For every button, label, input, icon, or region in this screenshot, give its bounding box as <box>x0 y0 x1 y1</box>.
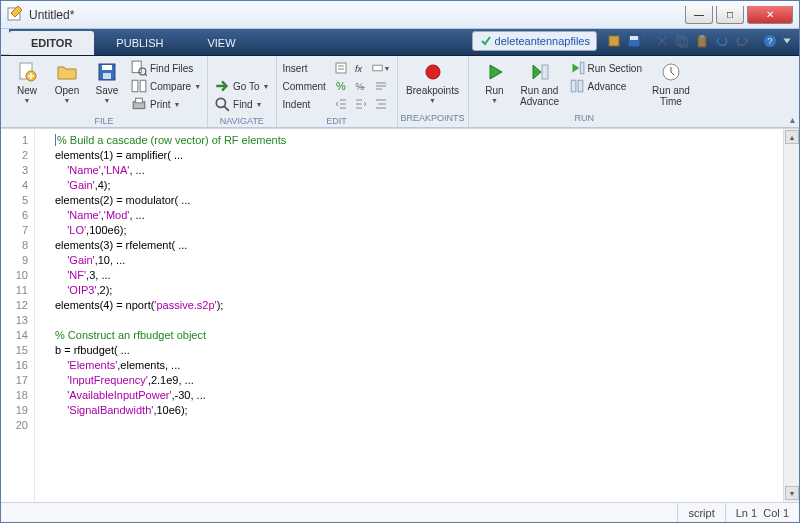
svg-rect-28 <box>542 65 548 79</box>
svg-rect-22 <box>336 63 346 73</box>
qa-paste-icon[interactable] <box>693 32 711 50</box>
qa-copy-icon[interactable] <box>673 32 691 50</box>
code-editor[interactable]: % Build a cascade (row vector) of RF ele… <box>35 129 783 502</box>
svg-rect-7 <box>700 35 704 38</box>
advance-button[interactable]: Advance <box>569 77 642 95</box>
indent-button[interactable]: Indent <box>283 95 331 113</box>
compare-icon <box>131 78 147 94</box>
indent-auto-icon[interactable] <box>371 95 391 113</box>
insert-button[interactable]: Insert <box>283 59 331 77</box>
svg-text:fx: fx <box>355 64 363 74</box>
svg-rect-17 <box>132 80 138 91</box>
open-button[interactable]: Open▼ <box>47 59 87 104</box>
open-folder-icon <box>56 61 78 83</box>
goto-button[interactable]: Go To▼ <box>214 77 269 95</box>
run-button[interactable]: Run▼ <box>475 59 515 104</box>
comment-add-icon[interactable]: % <box>331 77 351 95</box>
comment-button[interactable]: Comment <box>283 77 331 95</box>
app-window: Untitled* — □ ✕ EDITOR PUBLISH VIEW dele… <box>0 0 800 523</box>
ribbon-group-edit: Insert Comment Indent fx▼ %%̶ EDIT <box>277 56 398 127</box>
find-button[interactable]: Find▼ <box>214 95 269 113</box>
tab-publish[interactable]: PUBLISH <box>94 31 185 55</box>
title-bar: Untitled* — □ ✕ <box>1 1 799 29</box>
insert-more-icon[interactable]: ▼ <box>371 59 391 77</box>
svg-rect-1 <box>609 36 619 46</box>
editor-area: 1234567891011121314151617181920 % Build … <box>1 128 799 502</box>
status-cursor-pos: Ln 1 Col 1 <box>725 503 799 522</box>
qa-save-icon[interactable] <box>625 32 643 50</box>
tab-view[interactable]: VIEW <box>185 31 257 55</box>
ribbon-group-run: Run▼ Run and Advance Run Section Advance… <box>469 56 700 127</box>
qa-icon-1[interactable] <box>605 32 623 50</box>
action-link[interactable]: deleteantennapfiles <box>472 31 597 51</box>
vertical-scrollbar[interactable]: ▴ ▾ <box>783 129 799 502</box>
find-icon <box>214 96 230 112</box>
advance-icon <box>569 78 585 94</box>
run-advance-icon <box>529 61 551 83</box>
close-button[interactable]: ✕ <box>747 6 793 24</box>
qa-help-icon[interactable]: ? <box>761 32 779 50</box>
quick-access-bar: deleteantennapfiles ? <box>472 29 793 53</box>
breakpoints-button[interactable]: Breakpoints▼ <box>404 59 462 104</box>
qa-undo-icon[interactable] <box>713 32 731 50</box>
line-number-gutter: 1234567891011121314151617181920 <box>1 129 35 502</box>
run-icon <box>484 61 506 83</box>
svg-rect-31 <box>578 80 583 91</box>
minimize-button[interactable]: — <box>685 6 713 24</box>
svg-text:?: ? <box>767 36 772 46</box>
new-file-icon <box>16 61 38 83</box>
svg-text:%̶: %̶ <box>355 81 365 92</box>
svg-rect-15 <box>132 61 141 72</box>
findfiles-button[interactable]: Find Files <box>131 59 201 77</box>
run-section-icon <box>569 60 585 76</box>
comment-wrap-icon[interactable] <box>371 77 391 95</box>
findfiles-icon <box>131 60 147 76</box>
ribbon-group-navigate: Go To▼ Find▼ NAVIGATE <box>208 56 276 127</box>
ribbon-tab-row: EDITOR PUBLISH VIEW deleteantennapfiles … <box>1 29 799 56</box>
svg-rect-24 <box>372 65 381 71</box>
svg-rect-14 <box>103 73 111 79</box>
goto-icon <box>214 78 230 94</box>
svg-rect-3 <box>630 36 638 40</box>
indent-right-icon[interactable] <box>351 95 371 113</box>
ribbon-group-breakpoints: Breakpoints▼ BREAKPOINTS <box>398 56 469 127</box>
print-button[interactable]: Print▼ <box>131 95 201 113</box>
svg-point-21 <box>216 98 225 107</box>
status-filetype: script <box>677 503 724 522</box>
breakpoint-icon <box>422 61 444 83</box>
ribbon-group-file: New▼ Open▼ Save▼ Find Files Compare▼ Pri… <box>1 56 208 127</box>
compare-button[interactable]: Compare▼ <box>131 77 201 95</box>
svg-rect-20 <box>136 98 143 103</box>
print-icon <box>131 96 147 112</box>
comment-remove-icon[interactable]: %̶ <box>351 77 371 95</box>
action-link-label: deleteantennapfiles <box>495 35 590 47</box>
scroll-down-arrow[interactable]: ▾ <box>785 486 799 500</box>
svg-rect-29 <box>580 62 583 73</box>
run-advance-button[interactable]: Run and Advance <box>515 59 565 107</box>
svg-point-27 <box>426 65 440 79</box>
scroll-up-arrow[interactable]: ▴ <box>785 130 799 144</box>
svg-rect-30 <box>571 80 576 91</box>
window-title: Untitled* <box>29 8 685 22</box>
run-section-button[interactable]: Run Section <box>569 59 642 77</box>
ribbon-collapse-icon[interactable]: ▴ <box>790 114 795 125</box>
indent-left-icon[interactable] <box>331 95 351 113</box>
svg-rect-13 <box>102 65 112 70</box>
status-bar: script Ln 1 Col 1 <box>1 502 799 522</box>
svg-text:%: % <box>336 80 346 92</box>
qa-dropdown-icon[interactable] <box>781 32 793 50</box>
insert-section-icon[interactable] <box>331 59 351 77</box>
insert-fx-icon[interactable]: fx <box>351 59 371 77</box>
tab-editor[interactable]: EDITOR <box>9 31 94 55</box>
save-icon <box>96 61 118 83</box>
svg-rect-18 <box>140 80 146 91</box>
ribbon-toolbar: New▼ Open▼ Save▼ Find Files Compare▼ Pri… <box>1 56 799 128</box>
maximize-button[interactable]: □ <box>716 6 744 24</box>
qa-redo-icon[interactable] <box>733 32 751 50</box>
app-icon <box>1 5 29 25</box>
new-button[interactable]: New▼ <box>7 59 47 104</box>
run-time-button[interactable]: Run and Time <box>648 59 694 107</box>
clock-icon <box>660 61 682 83</box>
save-button[interactable]: Save▼ <box>87 59 127 104</box>
qa-cut-icon[interactable] <box>653 32 671 50</box>
